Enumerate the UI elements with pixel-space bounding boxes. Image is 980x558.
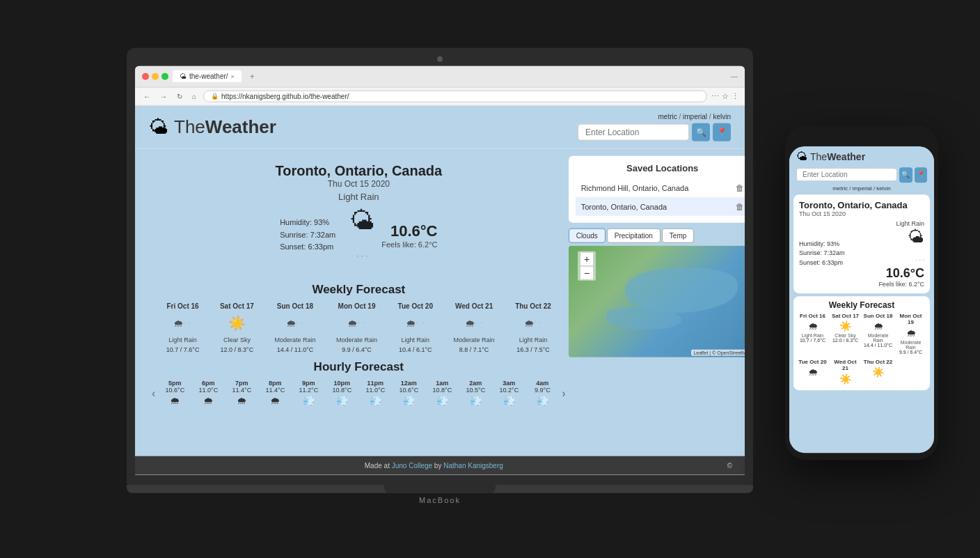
hourly-section: Hourly Forecast ‹ 5pm 10.6°C 🌧 6pm 11.0°… bbox=[149, 359, 569, 407]
phone-forecast-icon-row2: 🌧 bbox=[808, 366, 818, 378]
phone-forecast-icon-row2: ☀️ bbox=[839, 373, 851, 385]
hourly-temp: 10.6°C bbox=[400, 386, 419, 393]
imperial-link[interactable]: imperial bbox=[683, 112, 707, 120]
kelvin-link[interactable]: kelvin bbox=[713, 112, 731, 120]
phone-stats: Humidity: 93% Sunrise: 7:32am Sunset: 6:… bbox=[799, 240, 845, 268]
geolocate-button[interactable]: 📍 bbox=[713, 123, 731, 141]
map-zoom-controls: + − bbox=[578, 251, 596, 280]
hourly-item: 6pm 11.0°C 🌧 bbox=[194, 379, 222, 407]
phone-weather-icon: 🌤· · · bbox=[878, 227, 924, 266]
scene: 🌤 the-weather/ × + — ← → ↻ ⌂ 🔒 https://n… bbox=[0, 0, 980, 558]
hourly-item: 12am 10.6°C 💨 bbox=[395, 379, 422, 407]
phone-forecast-cond: Light Rain bbox=[802, 333, 824, 338]
saved-location-item[interactable]: Richmond Hill, Ontario, Canada 🗑 bbox=[576, 178, 745, 197]
hourly-temp: 10.6°C bbox=[166, 386, 185, 393]
hourly-temp: 11.0°C bbox=[199, 386, 219, 393]
home-button[interactable]: ⌂ bbox=[189, 91, 199, 101]
phone-screen: 🌤 TheWeather 🔍 📍 metric / imperial / kel… bbox=[789, 146, 934, 453]
delete-location-button[interactable]: 🗑 bbox=[736, 183, 744, 192]
map-tab-clouds[interactable]: Clouds bbox=[569, 228, 606, 242]
search-bar: 🔍 📍 bbox=[578, 123, 731, 141]
phone-search-button[interactable]: 🔍 bbox=[899, 167, 912, 183]
forecast-icon: 🌧· · bbox=[173, 312, 192, 333]
weather-app: 🌤 TheWeather metric / imperial / kelvin … bbox=[135, 105, 745, 474]
saved-locations-title: Saved Locations bbox=[576, 162, 745, 173]
header-right: metric / imperial / kelvin 🔍 📍 bbox=[578, 112, 731, 141]
juno-college-link[interactable]: Juno College bbox=[392, 461, 432, 469]
hourly-item: 1am 10.8°C 💨 bbox=[428, 379, 456, 407]
map-zoom-out-button[interactable]: − bbox=[580, 265, 594, 279]
phone-date: Thu Oct 15 2020 bbox=[799, 210, 924, 217]
phone-logo-icon: 🌤 bbox=[796, 150, 807, 163]
toolbar-icons: ⋯ ☆ ⋮ bbox=[711, 91, 739, 100]
phone-forecast-temp: 10.7 / 7.6°C bbox=[800, 338, 825, 343]
forecast-day-label: Tue Oct 20 bbox=[398, 302, 433, 309]
hourly-icon: 🌧 bbox=[203, 394, 213, 405]
phone-temp: 10.6°C bbox=[878, 266, 924, 281]
hourly-icon: 🌧 bbox=[237, 394, 246, 405]
phone-weekly-title: Weekly Forecast bbox=[798, 300, 926, 310]
hourly-icon: 💨 bbox=[537, 394, 548, 405]
phone-outer: 🌤 TheWeather 🔍 📍 metric / imperial / kel… bbox=[785, 125, 938, 460]
saved-location-item[interactable]: Toronto, Ontario, Canada 🗑 bbox=[576, 197, 745, 215]
phone-geolocate-button[interactable]: 📍 bbox=[915, 167, 928, 183]
map-tab-temp[interactable]: Temp bbox=[662, 228, 694, 242]
forecast-day-label: Fri Oct 16 bbox=[167, 302, 199, 309]
extensions-icon: ⋯ bbox=[711, 91, 719, 100]
close-dot[interactable] bbox=[142, 72, 149, 79]
hourly-time: 2am bbox=[469, 379, 482, 386]
phone-forecast-label: Sun Oct 18 bbox=[864, 313, 893, 320]
more-icon[interactable]: ⋮ bbox=[732, 91, 739, 100]
macbook-base: MacBook bbox=[127, 484, 753, 493]
weather-left: Toronto, Ontario, Canada Thu Oct 15 2020… bbox=[149, 155, 569, 449]
forecast-condition: Moderate Rain bbox=[336, 336, 377, 343]
phone-forecast-temp: 12.0 / 8.3°C bbox=[832, 338, 858, 343]
metric-link[interactable]: metric bbox=[658, 112, 677, 120]
map-container: + − Leaflet | © OpenStreetMap bbox=[569, 245, 745, 357]
feels-like: Feels like: 6.2°C bbox=[381, 240, 437, 248]
hourly-temp: 10.8°C bbox=[433, 386, 452, 393]
back-button[interactable]: ← bbox=[141, 91, 153, 101]
reload-button[interactable]: ↻ bbox=[174, 91, 185, 101]
hourly-item: 4am 9.9°C 💨 bbox=[528, 379, 556, 407]
browser-tab[interactable]: 🌤 the-weather/ × bbox=[173, 70, 242, 82]
phone-logo: 🌤 TheWeather bbox=[796, 150, 865, 163]
phone-search-input[interactable] bbox=[796, 168, 897, 181]
hourly-scroll: ‹ 5pm 10.6°C 🌧 6pm 11.0°C 🌧 7pm 11.4°C 🌧… bbox=[149, 379, 569, 407]
delete-location-button[interactable]: 🗑 bbox=[736, 201, 744, 211]
minimize-dot[interactable] bbox=[152, 72, 159, 79]
phone-humidity: Humidity: 93% bbox=[799, 240, 845, 249]
map-zoom-in-button[interactable]: + bbox=[580, 251, 594, 265]
phone-forecast-grid: Fri Oct 16 🌧 Light Rain 10.7 / 7.6°C Sat… bbox=[798, 313, 926, 355]
tab-close-button[interactable]: × bbox=[231, 72, 235, 79]
hourly-icon: 🌧 bbox=[170, 394, 180, 405]
author-link[interactable]: Nathan Kanigsberg bbox=[443, 461, 503, 469]
map-water-great-lakes bbox=[625, 268, 738, 312]
logo-cloud-icon: 🌤 bbox=[149, 115, 168, 138]
tab-title: the-weather/ bbox=[189, 72, 228, 80]
hourly-next-button[interactable]: › bbox=[559, 387, 568, 399]
search-button[interactable]: 🔍 bbox=[692, 123, 710, 141]
location-search-input[interactable] bbox=[578, 123, 689, 140]
phone-app-title: TheWeather bbox=[810, 151, 865, 162]
forecast-day-item: Wed Oct 21 🌧· · Moderate Rain 8.8 / 7.1°… bbox=[454, 302, 495, 352]
new-tab-button[interactable]: + bbox=[246, 70, 259, 82]
url-text: https://nkanigsberg.github.io/the-weathe… bbox=[221, 92, 349, 100]
url-bar[interactable]: 🔒 https://nkanigsberg.github.io/the-weat… bbox=[203, 90, 707, 102]
forward-button[interactable]: → bbox=[157, 91, 170, 101]
hourly-icon: 💨 bbox=[336, 394, 348, 405]
current-condition: Light Rain bbox=[149, 191, 569, 201]
hourly-items: 5pm 10.6°C 🌧 6pm 11.0°C 🌧 7pm 11.4°C 🌧 8… bbox=[161, 379, 556, 407]
hourly-icon: 💨 bbox=[403, 394, 415, 405]
hourly-temp: 10.5°C bbox=[466, 386, 486, 393]
phone-weather-header: 🌤 TheWeather bbox=[789, 146, 934, 167]
weather-footer: Made at Juno College by Nathan Kanigsber… bbox=[135, 456, 745, 474]
bookmark-icon[interactable]: ☆ bbox=[722, 91, 729, 100]
maximize-dot[interactable] bbox=[161, 72, 168, 79]
phone-forecast-icon: ☀️ bbox=[839, 320, 851, 332]
hourly-prev-button[interactable]: ‹ bbox=[149, 387, 158, 399]
minimize-button[interactable]: — bbox=[731, 72, 738, 80]
map-tab-precipitation[interactable]: Precipitation bbox=[607, 228, 661, 242]
forecast-day-item: Sat Oct 17 ☀️ Clear Sky 12.0 / 8.3°C bbox=[220, 302, 254, 352]
hourly-time: 6pm bbox=[202, 379, 215, 386]
